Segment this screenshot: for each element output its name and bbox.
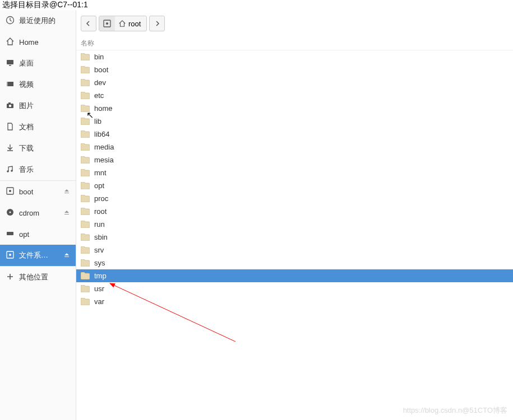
video-icon [6,80,15,90]
breadcrumb-root[interactable]: root [115,16,146,31]
eject-icon[interactable] [63,209,70,217]
file-row[interactable]: root [76,205,513,218]
sidebar-label: Home [19,38,39,46]
file-row[interactable]: sbin [76,231,513,244]
column-header-name[interactable]: 名称 [76,37,513,50]
cdrom-icon [6,208,15,218]
file-row[interactable]: dev [76,76,513,89]
svg-point-8 [7,170,9,172]
folder-icon [81,105,90,112]
svg-rect-2 [9,65,11,66]
desktop-icon [6,58,15,69]
eject-icon[interactable] [63,188,70,196]
disk-icon [6,250,15,261]
drive-icon [6,229,15,240]
file-row[interactable]: sys [76,256,513,269]
document-icon [6,122,15,133]
home-icon [6,37,15,48]
file-row[interactable]: proc [76,192,513,205]
file-row[interactable]: run [76,218,513,231]
sidebar-label: 桌面 [19,58,34,68]
folder-icon [81,182,90,189]
sidebar-item-music[interactable]: 音乐 [0,159,76,180]
file-row[interactable]: home [76,102,513,115]
breadcrumb: root [99,16,147,31]
sidebar-item-other[interactable]: 其他位置 [0,267,76,288]
sidebar-item-downloads[interactable]: 下载 [0,138,76,159]
file-row[interactable]: lib64 [76,128,513,141]
main-pane: root 名称 binbootdevetchomeliblib64mediame… [76,10,513,420]
file-row[interactable]: etc [76,89,513,102]
folder-icon [81,92,90,99]
sidebar-item-boot[interactable]: boot [0,181,76,202]
file-row[interactable]: lib [76,115,513,128]
file-name: var [94,297,104,306]
file-name: sbin [94,233,108,241]
sidebar-item-documents[interactable]: 文档 [0,116,76,138]
breadcrumb-label: root [128,20,141,28]
folder-icon [81,298,90,305]
folder-icon [81,130,90,138]
folder-icon [81,143,90,151]
file-row[interactable]: srv [76,244,513,256]
folder-icon [81,118,90,125]
sidebar-item-pictures[interactable]: 图片 [0,95,76,116]
folder-icon [81,208,90,215]
nav-forward-button[interactable] [149,16,165,31]
file-row[interactable]: mnt [76,166,513,179]
sidebar-label: opt [19,230,29,239]
file-row[interactable]: var [76,295,513,308]
sidebar-label: 其他位置 [19,272,48,282]
file-name: bin [94,53,104,61]
watermark: https://blog.csdn.n@51CTO博客 [403,405,507,416]
sidebar-item-cdrom[interactable]: cdrom [0,202,76,223]
folder-icon [81,79,90,86]
file-row[interactable]: usr [76,282,513,295]
file-name: media [94,143,114,151]
file-row[interactable]: media [76,141,513,153]
sidebar-item-video[interactable]: 视频 [0,74,76,95]
svg-rect-4 [7,82,8,86]
folder-icon [81,195,90,202]
sidebar-label: 音乐 [19,165,34,175]
sidebar: 最近使用的 Home 桌面 视频 图片 文档 [0,10,76,420]
sidebar-label: 视频 [19,80,34,90]
svg-point-13 [10,211,11,213]
svg-rect-1 [7,60,13,64]
nav-back-button[interactable] [81,16,96,31]
sidebar-label: 文档 [19,122,34,132]
sidebar-label: 文件系… [19,250,48,260]
file-name: tmp [94,272,107,280]
breadcrumb-root-disk[interactable] [99,16,115,31]
folder-icon [81,285,90,292]
folder-icon [81,259,90,267]
sidebar-item-desktop[interactable]: 桌面 [0,53,76,74]
file-name: run [94,220,105,228]
folder-icon [81,272,90,279]
eject-icon[interactable] [63,251,70,260]
sidebar-item-recent[interactable]: 最近使用的 [0,10,76,31]
file-row[interactable]: boot [76,63,513,76]
sidebar-item-home[interactable]: Home [0,31,76,53]
file-row[interactable]: opt [76,179,513,192]
file-name: root [94,207,107,216]
file-name: lib64 [94,130,109,138]
file-name: opt [94,181,104,190]
folder-icon [81,234,90,241]
file-name: srv [94,246,104,254]
svg-point-6 [9,104,12,107]
file-row[interactable]: mesia [76,153,513,166]
file-name: dev [94,78,106,87]
download-icon [6,143,15,154]
sidebar-item-filesystem[interactable]: 文件系… [0,245,76,266]
svg-rect-14 [7,232,13,235]
file-row[interactable]: bin [76,50,513,63]
svg-point-9 [11,170,13,172]
sidebar-item-opt[interactable]: opt [0,223,76,245]
file-list[interactable]: binbootdevetchomeliblib64mediamesiamntop… [76,50,513,420]
sidebar-label: 最近使用的 [19,16,56,26]
file-row[interactable]: tmp [76,269,513,282]
folder-icon [81,246,90,254]
folder-icon [81,221,90,228]
file-name: mesia [94,156,114,164]
